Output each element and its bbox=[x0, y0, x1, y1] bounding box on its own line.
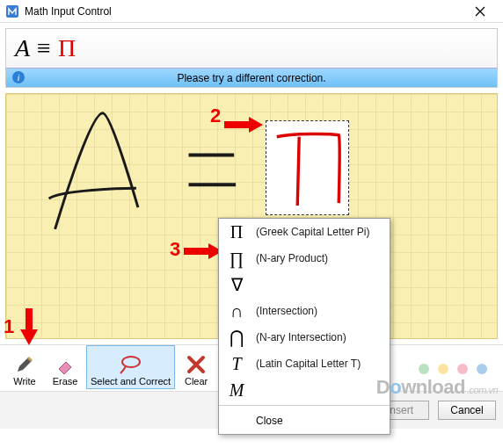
popup-item-desc: (N-ary Product) bbox=[256, 252, 328, 264]
cancel-button[interactable]: Cancel bbox=[438, 401, 496, 420]
pen-icon bbox=[14, 353, 35, 376]
insert-label: Insert bbox=[387, 404, 413, 416]
info-icon: i bbox=[11, 70, 26, 84]
latin-t-symbol: T bbox=[226, 354, 247, 374]
window-close-button[interactable] bbox=[463, 0, 498, 22]
select-and-correct-tool[interactable]: Select and Correct bbox=[86, 345, 175, 389]
nary-intersection-symbol: ⋂ bbox=[226, 327, 247, 348]
arrow-down-icon bbox=[16, 307, 42, 347]
app-icon bbox=[5, 4, 19, 18]
nabla-symbol: ∇ bbox=[226, 274, 247, 295]
write-label: Write bbox=[13, 376, 35, 387]
ink-selection[interactable] bbox=[266, 120, 349, 215]
popup-item-pi[interactable]: Π (Greek Capital Letter Pi) bbox=[219, 219, 390, 245]
annotation-3: 3 bbox=[170, 240, 224, 263]
preview-symbol-a: A bbox=[15, 34, 30, 62]
correction-popup: Π (Greek Capital Letter Pi) ∏ (N-ary Pro… bbox=[218, 218, 390, 435]
clear-label: Clear bbox=[185, 376, 208, 387]
close-icon bbox=[475, 6, 485, 17]
title-bar: Math Input Control bbox=[0, 0, 503, 23]
popup-item-latin-m[interactable]: M bbox=[219, 377, 390, 403]
popup-close[interactable]: Close bbox=[219, 408, 390, 434]
popup-item-desc: (N-ary Intersection) bbox=[256, 331, 346, 343]
preview-symbol-pi: Π bbox=[58, 34, 76, 62]
selected-ink-pi bbox=[266, 121, 348, 214]
clear-icon bbox=[186, 353, 206, 376]
popup-item-desc: (Latin Capital Letter T) bbox=[256, 358, 361, 370]
preview-symbol-equiv: ≡ bbox=[37, 34, 51, 62]
clear-tool[interactable]: Clear bbox=[177, 345, 215, 389]
popup-item-desc: (Intersection) bbox=[256, 305, 317, 317]
svg-rect-0 bbox=[6, 5, 18, 18]
popup-close-label: Close bbox=[256, 415, 283, 427]
svg-point-3 bbox=[122, 357, 140, 367]
preview-panel: A ≡ Π i Please try a different correctio… bbox=[5, 28, 498, 88]
greek-pi-symbol: Π bbox=[226, 222, 247, 242]
svg-text:i: i bbox=[17, 72, 19, 83]
erase-label: Erase bbox=[53, 376, 78, 387]
intersection-symbol: ∩ bbox=[226, 301, 247, 322]
popup-item-intersection[interactable]: ∩ (Intersection) bbox=[219, 298, 390, 324]
lasso-icon bbox=[119, 353, 143, 376]
annotation-3-number: 3 bbox=[170, 238, 180, 261]
window-title: Math Input Control bbox=[25, 5, 463, 18]
select-correct-label: Select and Correct bbox=[91, 376, 171, 387]
popup-item-nabla[interactable]: ∇ bbox=[219, 271, 390, 298]
popup-item-nary-intersection[interactable]: ⋂ (N-ary Intersection) bbox=[219, 324, 390, 350]
erase-tool[interactable]: Erase bbox=[46, 345, 84, 389]
annotation-1-number: 1 bbox=[4, 315, 14, 338]
popup-item-latin-t[interactable]: T (Latin Capital Letter T) bbox=[219, 350, 390, 377]
annotation-1: 1 bbox=[4, 307, 42, 347]
write-tool[interactable]: Write bbox=[5, 345, 44, 389]
arrow-icon bbox=[222, 115, 265, 134]
eraser-icon bbox=[55, 353, 76, 376]
annotation-2-number: 2 bbox=[210, 105, 221, 127]
popup-divider bbox=[219, 405, 390, 406]
status-bar: i Please try a different correction. bbox=[6, 68, 497, 87]
status-message: Please try a different correction. bbox=[177, 72, 325, 84]
annotation-2: 2 bbox=[210, 113, 265, 136]
math-preview: A ≡ Π bbox=[6, 29, 497, 68]
latin-m-symbol: M bbox=[226, 380, 247, 401]
cancel-label: Cancel bbox=[450, 404, 483, 416]
popup-item-desc: (Greek Capital Letter Pi) bbox=[256, 226, 369, 238]
nary-product-symbol: ∏ bbox=[226, 249, 247, 269]
popup-item-nary-product[interactable]: ∏ (N-ary Product) bbox=[219, 245, 390, 271]
